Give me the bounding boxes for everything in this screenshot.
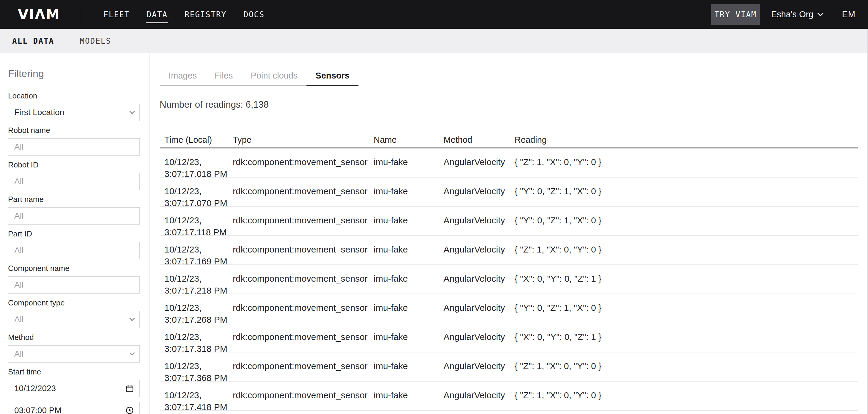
nav-link-docs[interactable]: DOCS <box>244 10 265 19</box>
cell-reading: { "Z": 1, "X": 0, "Y": 0 } <box>510 389 858 410</box>
sensors-table: Time (Local) Type Name Method Reading 10… <box>160 131 858 411</box>
start-date-input[interactable]: 10/12/2023 <box>8 380 140 397</box>
filter-group-location: Location First Location <box>8 91 140 121</box>
cell-name: imu-fake <box>369 156 439 177</box>
table-row: 10/12/23, 3:07:17.118 PM rdk:component:m… <box>160 207 858 236</box>
filter-label-component-name: Component name <box>8 264 140 273</box>
filter-sidebar: Filtering Location First Location Robot … <box>0 53 150 414</box>
cell-time-date: 10/12/23, <box>164 389 228 401</box>
cell-type: rdk:component:movement_sensor <box>228 331 369 352</box>
component-type-select-value: All <box>14 315 24 324</box>
cell-name: imu-fake <box>369 360 439 381</box>
table-row: 10/12/23, 3:07:17.418 PM rdk:component:m… <box>160 382 858 411</box>
table-row: 10/12/23, 3:07:17.218 PM rdk:component:m… <box>160 265 858 294</box>
filter-group-component-type: Component type All <box>8 298 140 328</box>
cell-method: AngularVelocity <box>439 389 510 410</box>
tab-files[interactable]: Files <box>206 66 242 86</box>
part-id-input[interactable] <box>8 242 140 259</box>
cell-time-clock: 3:07:17.169 PM <box>164 256 228 267</box>
filter-label-start-time: Start time <box>8 367 140 376</box>
tab-models[interactable]: MODELS <box>80 37 111 46</box>
filter-label-location: Location <box>8 91 140 100</box>
table-row: 10/12/23, 3:07:17.070 PM rdk:component:m… <box>160 178 858 207</box>
cell-time: 10/12/23, 3:07:17.169 PM <box>160 244 228 264</box>
readings-label: Number of readings: <box>160 99 243 110</box>
nav-link-fleet[interactable]: FLEET <box>103 10 130 19</box>
sub-nav: ALL DATA MODELS <box>0 29 868 53</box>
cell-type: rdk:component:movement_sensor <box>228 360 369 381</box>
column-header-type: Type <box>228 135 369 144</box>
method-select-value: All <box>14 349 24 359</box>
data-type-tabs: Images Files Point clouds Sensors <box>160 66 359 86</box>
filter-label-robot-id: Robot ID <box>8 160 140 169</box>
filter-group-part-name: Part name <box>8 195 140 225</box>
cell-reading: { "Y": 0, "Z": 1, "X": 0 } <box>510 214 858 235</box>
cell-time-date: 10/12/23, <box>164 185 228 197</box>
cell-type: rdk:component:movement_sensor <box>228 389 369 410</box>
cell-time-date: 10/12/23, <box>164 214 228 226</box>
main-content: Images Files Point clouds Sensors Number… <box>150 53 868 414</box>
page-body: Filtering Location First Location Robot … <box>0 53 868 414</box>
cell-method: AngularVelocity <box>439 214 510 235</box>
robot-id-input[interactable] <box>8 173 140 190</box>
nav-link-registry[interactable]: REGISTRY <box>185 10 226 19</box>
nav-link-data[interactable]: DATA <box>147 10 168 19</box>
filter-label-robot-name: Robot name <box>8 126 140 135</box>
cell-type: rdk:component:movement_sensor <box>228 273 369 294</box>
cell-name: imu-fake <box>369 389 439 410</box>
chevron-down-icon <box>129 316 135 321</box>
cell-time-date: 10/12/23, <box>164 360 228 372</box>
cell-type: rdk:component:movement_sensor <box>228 244 369 264</box>
location-select-value: First Location <box>14 108 64 117</box>
cell-time: 10/12/23, 3:07:17.018 PM <box>160 156 228 177</box>
cell-time-date: 10/12/23, <box>164 244 228 256</box>
viam-logo[interactable]: VIΛM <box>18 6 60 23</box>
table-row: 10/12/23, 3:07:17.368 PM rdk:component:m… <box>160 352 858 382</box>
primary-nav: FLEET DATA REGISTRY DOCS <box>103 10 265 19</box>
clock-icon <box>125 406 134 414</box>
cell-time: 10/12/23, 3:07:17.070 PM <box>160 185 228 206</box>
filter-group-robot-id: Robot ID <box>8 160 140 190</box>
cell-name: imu-fake <box>369 214 439 235</box>
chevron-down-icon <box>817 10 824 17</box>
cell-time: 10/12/23, 3:07:17.118 PM <box>160 214 228 235</box>
part-name-input[interactable] <box>8 207 140 225</box>
start-time-input[interactable]: 03:07:00 PM <box>8 402 140 414</box>
chevron-down-icon <box>129 109 135 114</box>
filter-group-start-time: Start time 10/12/2023 <box>8 367 140 397</box>
table-row: 10/12/23, 3:07:17.169 PM rdk:component:m… <box>160 236 858 265</box>
table-row: 10/12/23, 3:07:17.318 PM rdk:component:m… <box>160 323 858 352</box>
location-select[interactable]: First Location <box>8 104 140 121</box>
user-initials[interactable]: EM <box>842 9 856 19</box>
cell-method: AngularVelocity <box>439 331 510 352</box>
cell-type: rdk:component:movement_sensor <box>228 185 369 206</box>
filter-group-part-id: Part ID <box>8 229 140 259</box>
tab-sensors[interactable]: Sensors <box>307 66 358 86</box>
filter-label-component-type: Component type <box>8 298 140 307</box>
robot-name-input[interactable] <box>8 138 140 155</box>
cell-time-clock: 3:07:17.218 PM <box>164 285 228 297</box>
nav-divider <box>81 6 81 23</box>
org-switcher[interactable]: Esha's Org <box>771 9 823 19</box>
cell-time-clock: 3:07:17.318 PM <box>164 343 228 355</box>
component-type-select[interactable]: All <box>8 311 140 328</box>
component-name-input[interactable] <box>8 276 140 294</box>
cell-time-clock: 3:07:17.418 PM <box>164 401 228 413</box>
tab-point-clouds[interactable]: Point clouds <box>242 66 307 86</box>
cell-time: 10/12/23, 3:07:17.318 PM <box>160 331 228 352</box>
tab-all-data[interactable]: ALL DATA <box>12 37 54 46</box>
cell-name: imu-fake <box>369 244 439 264</box>
cell-time-clock: 3:07:17.070 PM <box>164 197 228 209</box>
cell-reading: { "X": 0, "Y": 0, "Z": 1 } <box>510 273 858 294</box>
try-viam-button[interactable]: TRY VIAM <box>711 4 760 25</box>
cell-reading: { "Z": 1, "X": 0, "Y": 0 } <box>510 244 858 264</box>
table-row: 10/12/23, 3:07:17.268 PM rdk:component:m… <box>160 294 858 323</box>
method-select[interactable]: All <box>8 345 140 362</box>
tab-images[interactable]: Images <box>160 66 206 86</box>
cell-reading: { "Y": 0, "Z": 1, "X": 0 } <box>510 185 858 206</box>
cell-reading: { "Z": 1, "X": 0, "Y": 0 } <box>510 156 858 177</box>
nav-right-group: TRY VIAM Esha's Org EM <box>711 4 856 25</box>
cell-name: imu-fake <box>369 273 439 294</box>
cell-method: AngularVelocity <box>439 273 510 294</box>
column-header-time: Time (Local) <box>160 135 228 144</box>
